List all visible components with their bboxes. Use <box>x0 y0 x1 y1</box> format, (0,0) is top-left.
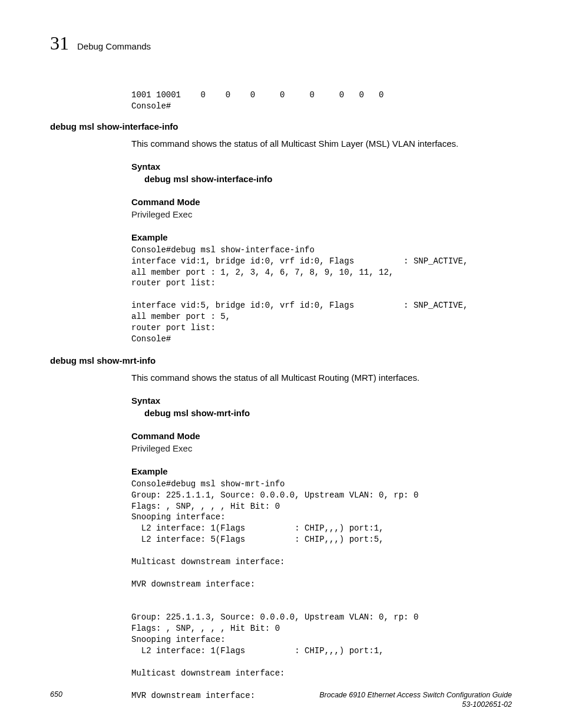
page: 31 Debug Commands 1001 10001 0 0 0 0 0 0… <box>0 0 562 728</box>
section2-description: This command shows the status of all Mul… <box>131 373 512 383</box>
section-heading-1: debug msl show-interface-info <box>50 121 512 131</box>
example-code-2: Console#debug msl show-mrt-info Group: 2… <box>131 479 512 701</box>
footer: 650 Brocade 6910 Ethernet Access Switch … <box>50 690 512 710</box>
footer-right: Brocade 6910 Ethernet Access Switch Conf… <box>319 690 512 710</box>
mode-label-1: Command Mode <box>131 197 512 207</box>
chapter-header: 31 Debug Commands <box>50 32 512 54</box>
example-code-1: Console#debug msl show-interface-info in… <box>131 245 512 345</box>
mode-label-2: Command Mode <box>131 431 512 441</box>
syntax-cmd-1: debug msl show-interface-info <box>144 174 512 184</box>
console-output-top: 1001 10001 0 0 0 0 0 0 0 0 Console# <box>131 90 512 112</box>
syntax-cmd-2: debug msl show-mrt-info <box>144 408 512 418</box>
chapter-title: Debug Commands <box>77 41 151 51</box>
section-heading-2: debug msl show-mrt-info <box>50 355 512 365</box>
syntax-label-1: Syntax <box>131 162 512 172</box>
code-block-top: 1001 10001 0 0 0 0 0 0 0 0 Console# <box>131 90 512 112</box>
section1-content: This command shows the status of all Mul… <box>131 139 512 345</box>
footer-doc: 53-1002651-02 <box>462 700 512 709</box>
page-number: 650 <box>50 690 62 699</box>
chapter-number: 31 <box>50 32 69 54</box>
footer-book: Brocade 6910 Ethernet Access Switch Conf… <box>319 691 512 699</box>
mode-value-2: Privileged Exec <box>131 443 512 453</box>
example-label-2: Example <box>131 466 512 476</box>
section1-description: This command shows the status of all Mul… <box>131 139 512 149</box>
mode-value-1: Privileged Exec <box>131 209 512 219</box>
example-label-1: Example <box>131 232 512 242</box>
syntax-label-2: Syntax <box>131 396 512 406</box>
section2-content: This command shows the status of all Mul… <box>131 373 512 701</box>
